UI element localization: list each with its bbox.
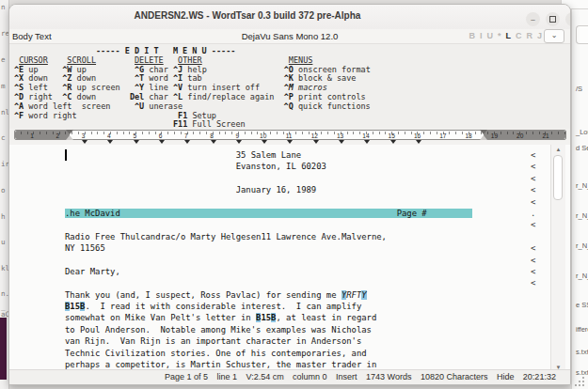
format-toggle-u[interactable]: U — [486, 31, 493, 40]
format-toggle-b[interactable]: B — [469, 31, 475, 40]
menu-text: help — [183, 65, 283, 74]
vertical-scrollbar[interactable]: ▲ ▼ — [550, 145, 565, 372]
document-line[interactable]: B15B. I read it with considerable intere… — [9, 301, 570, 312]
menu-text: word — [144, 73, 173, 83]
tab-stop-marker[interactable] — [159, 140, 165, 144]
left-margin-marker[interactable] — [66, 130, 73, 140]
document-line[interactable]: < — [9, 173, 570, 184]
document-line-text: NY 11565 — [65, 243, 105, 253]
tab-stop-marker[interactable] — [134, 140, 139, 144]
scrollbar-thumb[interactable] — [553, 155, 563, 200]
document-line[interactable]: somewhat on Mike Van Pelt's letter in B1… — [9, 312, 570, 323]
menu-text: up screen — [72, 83, 135, 92]
document-line-text: January 16, 1989 — [65, 185, 316, 194]
document-line[interactable]: Dear Marty,< — [9, 266, 570, 277]
text-cursor — [65, 149, 67, 161]
status-bar: Page 1 of 5line 1V:2.54 cmcolumn 0Insert… — [9, 369, 570, 384]
document-line[interactable]: to Poul Anderson. Notable among Mike's e… — [9, 324, 570, 335]
tab-stop-marker[interactable] — [339, 140, 344, 144]
right-margin-marker[interactable] — [480, 130, 487, 140]
menu-shortcut-key: Del — [130, 92, 144, 101]
maximize-button[interactable] — [546, 12, 560, 26]
format-toggle-l[interactable]: L — [505, 31, 511, 40]
text-segment: van Rijn. Van Rijn is an important chara… — [65, 336, 361, 346]
edit-menu-panel: ----- E D I T M E N U ----- CURSOR SCROL… — [9, 44, 570, 129]
document-line[interactable]: < — [9, 255, 570, 266]
ruler-number: 18 — [465, 132, 471, 140]
format-toggle-r[interactable]: R — [526, 31, 532, 40]
document-line-text: Radio Free Thulcandrac/o Marty Helgesen1… — [65, 232, 387, 241]
tab-stop-marker[interactable] — [184, 140, 190, 144]
menu-shortcut-key: ^V — [173, 83, 183, 92]
menu-text — [164, 55, 178, 65]
text-segment: Dear Marty, — [65, 267, 120, 276]
resize-grip[interactable] — [575, 376, 586, 387]
control-character: Y — [361, 290, 366, 300]
tab-stop-marker[interactable] — [416, 140, 421, 144]
tab-stop-marker[interactable] — [236, 140, 242, 144]
menu-text — [96, 55, 135, 65]
close-button[interactable]: ✕ — [565, 12, 571, 26]
line-break-flag: < — [531, 149, 535, 161]
document-line[interactable]: NY 11565< — [9, 242, 570, 254]
menu-text: up — [24, 65, 62, 74]
menu-text: char — [144, 92, 173, 101]
text-segment: ster trader in — [306, 360, 376, 369]
minimize-button[interactable]: – — [526, 12, 540, 26]
document-area[interactable]: 35 Salem Lane< Evanston, IL 60203<< Janu… — [9, 145, 570, 372]
document-line[interactable]: Radio Free Thulcandrac/o Marty Helgesen1… — [9, 231, 570, 242]
ruler-number: 3 — [82, 132, 86, 140]
tab-stop-marker[interactable] — [287, 140, 293, 144]
document-line[interactable]: < — [9, 196, 570, 208]
menu-shortcut-key: ^I — [173, 73, 183, 83]
document-line[interactable]: .he McDavid Page # . — [9, 208, 570, 219]
background-text-fragment: d Sel — [576, 144, 588, 152]
format-bar: Body Text DejaVu Sans Mono 12.0 BIU*LCRJ… — [9, 29, 570, 44]
wordtsar-window: ANDERSN2.WS - WordTsar 0.3 build 372 pre… — [8, 4, 571, 385]
ruler-number: 14 — [362, 132, 369, 140]
document-line[interactable]: January 16, 1989< — [9, 184, 570, 195]
tab-stop-marker[interactable] — [211, 140, 216, 144]
scroll-up-arrow[interactable]: ▲ — [551, 147, 565, 152]
background-text-fragment: s.txt — [576, 348, 588, 356]
format-toggle-*[interactable]: * — [498, 31, 501, 40]
menu-shortcut-key: ^C — [62, 92, 72, 101]
ruler-number: 8 — [210, 132, 214, 140]
document-line[interactable]: < — [9, 277, 570, 288]
tab-stop-marker[interactable] — [107, 140, 113, 144]
background-text-fragment: m — [1, 82, 6, 90]
text-segment: RFT — [346, 290, 361, 300]
format-toggle-i[interactable]: I — [480, 31, 483, 40]
document-line[interactable]: < — [9, 219, 570, 230]
background-text-fragment: e — [1, 55, 6, 64]
tab-stop-marker[interactable] — [262, 140, 267, 144]
background-text-fragment: o — [1, 186, 6, 194]
text-segment: .he McDavid Page # — [65, 209, 472, 218]
document-line[interactable]: Evanston, IL 60203< — [9, 161, 570, 172]
document-line[interactable]: Technic Civilization stories. One of his… — [9, 348, 570, 359]
text-segment: 15 — [261, 313, 271, 322]
format-toggle-j[interactable]: J — [537, 31, 542, 40]
menu-shortcut-key: F1 — [178, 111, 187, 120]
document-line[interactable]: 35 Salem Lane< — [9, 149, 570, 161]
style-dropdown-button[interactable]: ⌄ — [544, 29, 564, 43]
format-toggle-c[interactable]: C — [516, 31, 522, 40]
menu-shortcut-key: ^F — [14, 111, 24, 120]
document-line[interactable]: van Rijn. Van Rijn is an important chara… — [9, 335, 570, 347]
menu-shortcut-key: ----- E D I T M E N U ----- — [14, 46, 235, 55]
ruler[interactable]: 123456789101112131415161718192021 — [14, 130, 566, 140]
menu-text: find/replace again — [183, 92, 283, 101]
menu-shortcut-key: ^Z — [62, 73, 72, 83]
menu-shortcut-key: ^W — [62, 65, 72, 74]
text-segment: to Poul Anderson. Notable among Mike's e… — [65, 325, 372, 335]
text-segment: Technic Civilization stories. One of his… — [65, 349, 367, 358]
title-bar[interactable]: ANDERSN2.WS - WordTsar 0.3 build 372 pre… — [9, 5, 570, 30]
ruler-strip: 123456789101112131415161718192021 — [9, 129, 570, 145]
tab-stop-marker[interactable] — [390, 140, 396, 144]
tab-stop-marker[interactable] — [313, 140, 319, 144]
tab-stop-marker[interactable] — [82, 140, 87, 144]
menu-shortcut-key: ^S — [14, 83, 24, 92]
tab-stop-marker[interactable] — [364, 140, 370, 144]
document-line[interactable]: Thank you (and, I suspect, Ross Pavlac) … — [9, 289, 570, 301]
background-text-fragment: r_N_a — [576, 241, 588, 250]
